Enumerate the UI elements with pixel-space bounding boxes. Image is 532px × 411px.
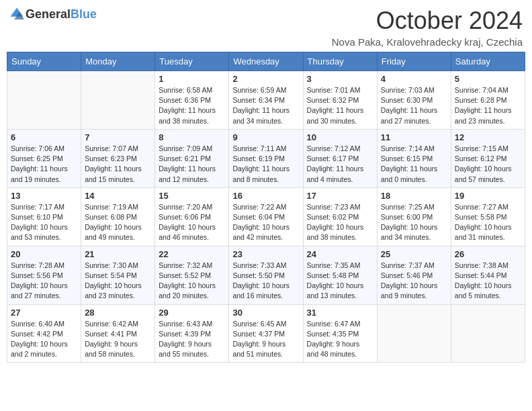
day-number: 12 [455,132,521,142]
calendar-cell: 30Sunrise: 6:45 AMSunset: 4:37 PMDayligh… [229,304,303,363]
calendar-cell [451,304,525,363]
calendar-cell: 12Sunrise: 7:15 AMSunset: 6:12 PMDayligh… [451,129,525,187]
day-detail: Sunrise: 7:03 AMSunset: 6:30 PMDaylight:… [381,85,447,126]
calendar-week-row: 20Sunrise: 7:28 AMSunset: 5:56 PMDayligh… [7,246,525,304]
calendar-cell: 26Sunrise: 7:38 AMSunset: 5:44 PMDayligh… [451,246,525,304]
day-detail: Sunrise: 7:15 AMSunset: 6:12 PMDaylight:… [455,144,521,185]
day-detail: Sunrise: 7:11 AMSunset: 6:19 PMDaylight:… [232,144,299,185]
weekday-header-wednesday: Wednesday [229,52,303,71]
day-number: 25 [381,249,447,259]
calendar-cell: 23Sunrise: 7:33 AMSunset: 5:50 PMDayligh… [229,246,303,304]
calendar-cell: 4Sunrise: 7:03 AMSunset: 6:30 PMDaylight… [377,71,451,130]
logo-general-text: General [26,7,71,21]
weekday-header-sunday: Sunday [7,52,81,71]
calendar-cell: 31Sunrise: 6:47 AMSunset: 4:35 PMDayligh… [303,304,377,363]
day-number: 27 [11,308,77,318]
day-number: 28 [85,308,151,318]
calendar-cell: 7Sunrise: 7:07 AMSunset: 6:23 PMDaylight… [81,129,155,187]
calendar-cell: 25Sunrise: 7:37 AMSunset: 5:46 PMDayligh… [377,246,451,304]
calendar-week-row: 27Sunrise: 6:40 AMSunset: 4:42 PMDayligh… [7,304,525,363]
day-number: 3 [307,74,373,84]
day-detail: Sunrise: 6:42 AMSunset: 4:41 PMDaylight:… [85,319,151,360]
calendar-cell: 3Sunrise: 7:01 AMSunset: 6:32 PMDaylight… [303,71,377,130]
calendar-week-row: 6Sunrise: 7:06 AMSunset: 6:25 PMDaylight… [7,129,525,187]
day-number: 5 [455,74,521,84]
day-detail: Sunrise: 7:23 AMSunset: 6:02 PMDaylight:… [307,202,373,243]
calendar-week-row: 1Sunrise: 6:58 AMSunset: 6:36 PMDaylight… [7,71,525,130]
day-number: 1 [159,74,225,84]
calendar-week-row: 13Sunrise: 7:17 AMSunset: 6:10 PMDayligh… [7,187,525,246]
logo-icon [9,7,24,21]
calendar-cell: 8Sunrise: 7:09 AMSunset: 6:21 PMDaylight… [155,129,229,187]
day-number: 20 [11,249,77,259]
weekday-header-thursday: Thursday [303,52,377,71]
day-detail: Sunrise: 6:40 AMSunset: 4:42 PMDaylight:… [11,319,77,360]
logo: GeneralBlue [9,7,97,21]
calendar-cell: 28Sunrise: 6:42 AMSunset: 4:41 PMDayligh… [81,304,155,363]
weekday-header-row: SundayMondayTuesdayWednesdayThursdayFrid… [7,52,525,71]
calendar-cell [7,71,81,130]
day-number: 7 [85,132,151,142]
calendar-cell: 1Sunrise: 6:58 AMSunset: 6:36 PMDaylight… [155,71,229,130]
day-detail: Sunrise: 7:14 AMSunset: 6:15 PMDaylight:… [381,144,447,185]
weekday-header-friday: Friday [377,52,451,71]
calendar-cell: 16Sunrise: 7:22 AMSunset: 6:04 PMDayligh… [229,187,303,246]
day-number: 31 [307,308,373,318]
day-detail: Sunrise: 6:58 AMSunset: 6:36 PMDaylight:… [159,85,225,126]
day-detail: Sunrise: 7:25 AMSunset: 6:00 PMDaylight:… [381,202,447,243]
day-detail: Sunrise: 7:07 AMSunset: 6:23 PMDaylight:… [85,144,151,185]
calendar-cell: 29Sunrise: 6:43 AMSunset: 4:39 PMDayligh… [155,304,229,363]
day-number: 29 [159,308,225,318]
calendar-cell: 13Sunrise: 7:17 AMSunset: 6:10 PMDayligh… [7,187,81,246]
calendar-cell: 22Sunrise: 7:32 AMSunset: 5:52 PMDayligh… [155,246,229,304]
day-detail: Sunrise: 6:45 AMSunset: 4:37 PMDaylight:… [232,319,299,360]
day-number: 6 [11,132,77,142]
day-number: 14 [85,191,151,201]
calendar-cell: 5Sunrise: 7:04 AMSunset: 6:28 PMDaylight… [451,71,525,130]
calendar-cell: 20Sunrise: 7:28 AMSunset: 5:56 PMDayligh… [7,246,81,304]
calendar-cell: 2Sunrise: 6:59 AMSunset: 6:34 PMDaylight… [229,71,303,130]
day-number: 30 [232,308,299,318]
day-detail: Sunrise: 7:22 AMSunset: 6:04 PMDaylight:… [232,202,299,243]
weekday-header-tuesday: Tuesday [155,52,229,71]
day-number: 21 [85,249,151,259]
calendar-cell: 11Sunrise: 7:14 AMSunset: 6:15 PMDayligh… [377,129,451,187]
calendar-cell [377,304,451,363]
day-number: 15 [159,191,225,201]
day-detail: Sunrise: 6:59 AMSunset: 6:34 PMDaylight:… [232,85,299,126]
day-detail: Sunrise: 7:12 AMSunset: 6:17 PMDaylight:… [307,144,373,185]
day-detail: Sunrise: 7:19 AMSunset: 6:08 PMDaylight:… [85,202,151,243]
weekday-header-saturday: Saturday [451,52,525,71]
weekday-header-monday: Monday [81,52,155,71]
calendar-cell: 21Sunrise: 7:30 AMSunset: 5:54 PMDayligh… [81,246,155,304]
day-detail: Sunrise: 7:09 AMSunset: 6:21 PMDaylight:… [159,144,225,185]
day-number: 26 [455,249,521,259]
calendar-cell: 14Sunrise: 7:19 AMSunset: 6:08 PMDayligh… [81,187,155,246]
day-number: 17 [307,191,373,201]
day-number: 4 [381,74,447,84]
logo-blue-text: Blue [71,7,97,21]
day-detail: Sunrise: 7:01 AMSunset: 6:32 PMDaylight:… [307,85,373,126]
day-detail: Sunrise: 6:43 AMSunset: 4:39 PMDaylight:… [159,319,225,360]
calendar-cell: 24Sunrise: 7:35 AMSunset: 5:48 PMDayligh… [303,246,377,304]
day-detail: Sunrise: 7:28 AMSunset: 5:56 PMDaylight:… [11,261,77,302]
calendar-cell: 17Sunrise: 7:23 AMSunset: 6:02 PMDayligh… [303,187,377,246]
day-number: 19 [455,191,521,201]
day-detail: Sunrise: 7:27 AMSunset: 5:58 PMDaylight:… [455,202,521,243]
day-number: 8 [159,132,225,142]
title-block: October 2024 Nova Paka, Kralovehradecky … [332,7,523,48]
month-title: October 2024 [332,7,523,35]
day-detail: Sunrise: 7:04 AMSunset: 6:28 PMDaylight:… [455,85,521,126]
day-number: 22 [159,249,225,259]
day-number: 11 [381,132,447,142]
page-header: GeneralBlue October 2024 Nova Paka, Kral… [7,7,525,48]
day-detail: Sunrise: 7:38 AMSunset: 5:44 PMDaylight:… [455,261,521,302]
calendar-cell: 10Sunrise: 7:12 AMSunset: 6:17 PMDayligh… [303,129,377,187]
calendar-cell: 15Sunrise: 7:20 AMSunset: 6:06 PMDayligh… [155,187,229,246]
day-number: 24 [307,249,373,259]
calendar-cell: 18Sunrise: 7:25 AMSunset: 6:00 PMDayligh… [377,187,451,246]
calendar-cell [81,71,155,130]
day-detail: Sunrise: 7:30 AMSunset: 5:54 PMDaylight:… [85,261,151,302]
calendar-cell: 19Sunrise: 7:27 AMSunset: 5:58 PMDayligh… [451,187,525,246]
day-detail: Sunrise: 7:17 AMSunset: 6:10 PMDaylight:… [11,202,77,243]
